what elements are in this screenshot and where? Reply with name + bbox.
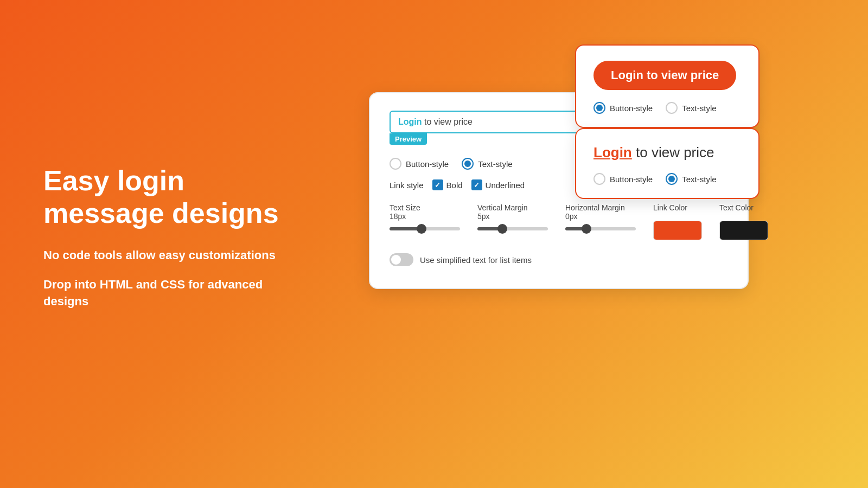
login-text-suffix: to view price [632, 144, 714, 160]
text-size-group: Text Size 18px [390, 203, 460, 230]
preview-login-link: Login [398, 117, 422, 126]
text-card-text-label: Text-style [682, 175, 716, 184]
horizontal-margin-label: Horizontal Margin 0px [565, 203, 636, 221]
main-heading: Easy login message designs [43, 165, 304, 230]
left-section: Easy login message designs No code tools… [43, 165, 304, 323]
button-style-label: Button-style [610, 104, 653, 113]
text-style-label: Text-style [682, 104, 716, 113]
preview-label: Preview [390, 133, 427, 145]
text-color-swatch[interactable] [719, 221, 768, 240]
radio-text-unselected [666, 102, 678, 114]
preview-card-button-style: Login to view price Button-style Text-st… [575, 44, 760, 128]
button-style-option-text[interactable]: Text-style [666, 102, 716, 114]
text-style-radio-row: Button-style Text-style [593, 173, 741, 185]
preview-suffix: to view price [422, 117, 473, 126]
login-link-text: Login [593, 144, 632, 160]
horizontal-margin-value: 0px [565, 212, 578, 221]
text-size-thumb[interactable] [417, 224, 426, 234]
link-style-label: Link style [390, 181, 424, 190]
toggle-label: Use simplified text for list items [420, 255, 532, 265]
horizontal-margin-thumb[interactable] [582, 224, 591, 234]
vertical-margin-label: Vertical Margin 5px [477, 203, 548, 221]
button-style-radio-row: Button-style Text-style [593, 102, 741, 114]
preview-card-text-style: Login to view price Button-style Text-st… [575, 128, 760, 199]
text-size-title: Text Size [390, 203, 420, 212]
sub-text-1: No code tools allow easy customizations [43, 247, 304, 264]
text-card-option-button[interactable]: Button-style [593, 173, 653, 185]
bold-checkbox-item[interactable]: ✓ Bold [432, 179, 463, 190]
simplified-text-toggle[interactable] [390, 253, 413, 266]
link-color-swatch[interactable] [653, 221, 702, 240]
vertical-margin-group: Vertical Margin 5px [477, 203, 548, 230]
toggle-row: Use simplified text for list items [390, 253, 728, 266]
main-text-style-label: Text-style [478, 159, 512, 169]
radio-button-selected [593, 102, 605, 114]
horizontal-margin-slider[interactable] [565, 227, 636, 230]
link-color-label: Link Color [653, 203, 702, 212]
vertical-margin-slider[interactable] [477, 227, 548, 230]
underlined-label: Underlined [486, 181, 525, 190]
radio-button-unselected [593, 173, 605, 185]
vertical-margin-value: 5px [477, 212, 490, 221]
text-card-button-label: Button-style [610, 175, 653, 184]
horizontal-margin-title: Horizontal Margin [565, 203, 625, 212]
bold-checkbox[interactable]: ✓ [432, 179, 443, 190]
main-button-style-label: Button-style [406, 159, 449, 169]
underlined-checkbox-item[interactable]: ✓ Underlined [471, 179, 525, 190]
vertical-margin-title: Vertical Margin [477, 203, 528, 212]
main-text-style-option[interactable]: Text-style [462, 158, 512, 170]
main-radio-button [390, 158, 401, 170]
main-button-style-option[interactable]: Button-style [390, 158, 449, 170]
button-style-option-button[interactable]: Button-style [593, 102, 653, 114]
link-color-group: Link Color [653, 203, 702, 240]
text-size-label: Text Size 18px [390, 203, 460, 221]
login-button-preview[interactable]: Login to view price [593, 61, 736, 90]
main-radio-text [462, 158, 474, 170]
sub-text-2: Drop into HTML and CSS for advanced desi… [43, 277, 304, 310]
radio-text-selected [666, 173, 678, 185]
vertical-margin-thumb[interactable] [497, 224, 507, 234]
login-text-preview: Login to view price [593, 144, 741, 161]
text-size-value: 18px [390, 212, 406, 221]
text-card-option-text[interactable]: Text-style [666, 173, 716, 185]
bold-label: Bold [446, 181, 463, 190]
sliders-section: Text Size 18px Vertical Margin 5px Horiz… [390, 203, 728, 240]
underlined-checkbox[interactable]: ✓ [471, 179, 482, 190]
horizontal-margin-group: Horizontal Margin 0px [565, 203, 636, 230]
text-size-slider[interactable] [390, 227, 460, 230]
text-color-label: Text Color [719, 203, 768, 212]
text-color-group: Text Color [719, 203, 768, 240]
